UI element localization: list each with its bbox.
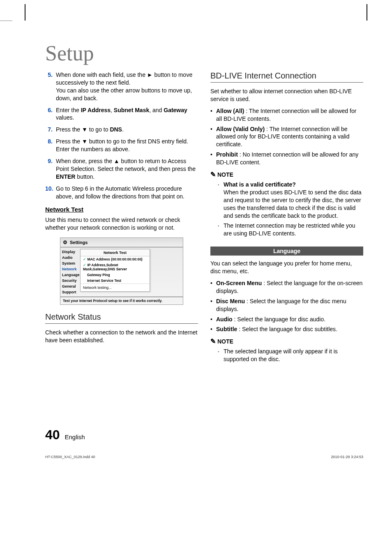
print-filename: HT-C5500_XAC_0129.indd 40 — [45, 455, 95, 459]
settings-sidebar: DisplayAudioSystemNetworkLanguageSecurit… — [60, 247, 79, 297]
language-bullet: Subtitle : Select the language for disc … — [210, 325, 363, 333]
setup-step: 8.Press the ▼ button to go to the first … — [45, 138, 198, 153]
popup-status: Network testing... — [81, 283, 150, 291]
bdlive-paragraph: Set whether to allow internet connection… — [210, 88, 363, 103]
language-bullet: Disc Menu : Select the language for the … — [210, 297, 363, 313]
page-footer: 40 English — [45, 427, 363, 443]
settings-screenshot: ⚙ Settings DisplayAudioSystemNetworkLang… — [60, 237, 183, 305]
bdlive-notes-list: What is a valid certificate?When the pro… — [210, 181, 363, 237]
page-number: 40 — [45, 427, 60, 443]
language-notes-list: The selected language will only appear i… — [210, 348, 363, 363]
bdlive-heading: BD-LIVE Internet Connection — [210, 71, 363, 83]
settings-main: Network Test MAC Address (00:00:00:00:00… — [79, 247, 183, 297]
network-test-popup: Network Test MAC Address (00:00:00:00:00… — [80, 249, 150, 292]
page-title: Setup — [45, 41, 363, 65]
bdlive-note: The Internet connection may be restricte… — [218, 222, 363, 237]
settings-sidebar-item: Language — [60, 272, 79, 278]
settings-sidebar-item: Security — [60, 278, 79, 283]
language-bullet: On-Screen Menu : Select the language for… — [210, 279, 363, 295]
settings-sidebar-item: General — [60, 283, 79, 289]
language-paragraph: You can select the language you prefer f… — [210, 260, 363, 275]
print-footer: HT-C5500_XAC_0129.indd 40 2010-01-29 3:2… — [45, 455, 363, 459]
network-test-heading: Network Test — [45, 206, 198, 213]
settings-sidebar-item: System — [60, 260, 79, 266]
network-test-row: MAC Address (00:00:00:00:00:00) — [81, 256, 150, 262]
setup-steps-list: 5.When done with each field, use the ► b… — [45, 71, 198, 200]
note-header-2: ✎NOTE — [210, 337, 363, 345]
bdlive-bullet: Allow (All) : The Internet connection wi… — [210, 107, 363, 123]
settings-sidebar-item: Network — [60, 266, 79, 272]
left-column: 5.When done with each field, use the ► b… — [45, 71, 198, 366]
settings-sidebar-item: Audio — [60, 255, 79, 260]
network-test-row: Internet Service Test — [81, 278, 150, 283]
settings-titlebar: ⚙ Settings — [60, 238, 183, 247]
network-test-paragraph: Use this menu to connect the wired netwo… — [45, 216, 198, 232]
language-bullet-list: On-Screen Menu : Select the language for… — [210, 279, 363, 333]
note-icon: ✎ — [210, 171, 216, 178]
network-test-row: Gateway Ping — [81, 272, 150, 278]
network-test-row: IP Address,Subnet Mask,Gateway,DNS Serve… — [81, 262, 150, 272]
gear-icon: ⚙ — [63, 240, 67, 245]
two-column-layout: 5.When done with each field, use the ► b… — [45, 71, 363, 366]
setup-step: 5.When done with each field, use the ► b… — [45, 71, 198, 102]
right-column: BD-LIVE Internet Connection Set whether … — [210, 71, 363, 366]
settings-sidebar-item: Display — [60, 249, 79, 255]
network-status-paragraph: Check whether a connection to the networ… — [45, 329, 198, 344]
setup-step: 7.Press the ▼ to go to DNS. — [45, 126, 198, 134]
bdlive-bullet: Allow (Valid Only) : The Internet connec… — [210, 125, 363, 149]
network-status-heading: Network Status — [45, 312, 198, 324]
bdlive-bullet-list: Allow (All) : The Internet connection wi… — [210, 107, 363, 166]
manual-page: Setup 5.When done with each field, use t… — [0, 0, 392, 484]
print-timestamp: 2010-01-29 3:24:53 — [331, 455, 363, 459]
language-note: The selected language will only appear i… — [218, 348, 363, 363]
bdlive-bullet: Prohibit : No Internet connection will b… — [210, 151, 363, 166]
popup-title: Network Test — [81, 249, 150, 256]
setup-step: 6.Enter the IP Address, Subnet Mask, and… — [45, 106, 198, 122]
settings-title-text: Settings — [70, 240, 88, 245]
note-icon: ✎ — [210, 338, 216, 345]
language-bullet: Audio : Select the language for disc aud… — [210, 316, 363, 323]
setup-step: 10.Go to Step 6 in the Automatic Wireles… — [45, 185, 198, 201]
setup-step: 9.When done, press the ▲ button to retur… — [45, 157, 198, 181]
language-section-badge: Language — [210, 247, 363, 256]
note-header-1: ✎NOTE — [210, 171, 363, 178]
settings-sidebar-item: Support — [60, 289, 79, 295]
settings-footer-hint: Test your Internet Protocol setup to see… — [60, 297, 183, 304]
bdlive-note: What is a valid certificate?When the pro… — [218, 181, 363, 219]
page-language: English — [65, 433, 85, 440]
